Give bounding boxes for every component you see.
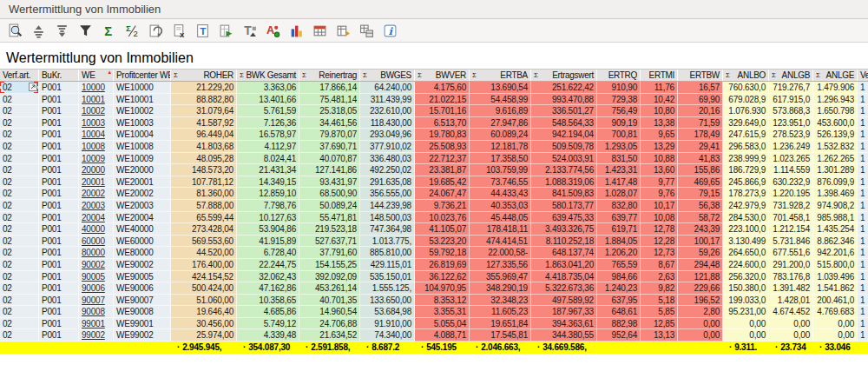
cell-bukr[interactable]: P001 [39, 117, 79, 129]
cell-bukr[interactable]: P001 [39, 236, 79, 248]
cell-ertrq[interactable]: 700,81 [597, 129, 641, 141]
cell-ertbw[interactable]: 58,72 [678, 212, 723, 224]
cell-roher[interactable]: 107.781,12 [171, 176, 237, 189]
cell-ver[interactable]: 1 [858, 247, 868, 259]
cell-rein[interactable]: 392.092,09 [299, 271, 360, 283]
cell-bukr[interactable]: P001 [39, 200, 79, 212]
cell-ertrq[interactable]: 639,77 [597, 212, 641, 224]
cell-value[interactable]: 10008 [82, 142, 105, 151]
cell-anlge[interactable]: 1.435.254 [813, 223, 858, 236]
cell-roher[interactable]: 424.154,52 [171, 271, 237, 283]
cell-roher[interactable]: 44.520,00 [171, 247, 237, 259]
cell-ertrq[interactable]: 729,38 [597, 94, 641, 106]
cell-value[interactable]: 99001 [82, 319, 105, 328]
cell-bwges[interactable]: 118.430,00 [360, 117, 415, 129]
cell-rein[interactable]: 21.634,52 [299, 329, 360, 342]
cell-bwk[interactable]: 12.859,10 [237, 188, 299, 200]
cell-bwver[interactable]: 25.508,93 [415, 141, 470, 153]
cell-ertbw[interactable]: 469,65 [678, 176, 723, 189]
cell-bwk[interactable]: 41.915,89 [237, 236, 299, 248]
cell-value[interactable]: 10009 [82, 154, 105, 163]
cell-roher[interactable]: 273.428,04 [171, 223, 237, 236]
cell-ertmi[interactable]: 9,76 [641, 188, 678, 200]
cell-ertw[interactable]: 2.133.774,56 [531, 164, 597, 176]
cell-value[interactable]: 20001 [82, 177, 105, 187]
cell-ver[interactable]: 1 [858, 176, 868, 189]
cell-anlbo[interactable]: 3.130.499 [723, 236, 769, 248]
cell-rein[interactable]: 154.155,25 [299, 259, 360, 271]
cell-pc[interactable]: WE99001 [114, 318, 171, 330]
cell-rein[interactable]: 55.471,81 [299, 212, 360, 224]
cell-ertmi[interactable]: 13,38 [641, 117, 678, 129]
cell-rein[interactable]: 37.690,71 [299, 141, 360, 153]
cell-verf[interactable]: 02 [0, 94, 39, 106]
cell-anlgb[interactable]: 1.236.249 [769, 141, 813, 153]
cell-roher[interactable]: 30.456,00 [171, 318, 237, 330]
cell-ertrq[interactable]: 952,64 [597, 329, 641, 342]
column-header-ertbw[interactable]: ERTBW [678, 70, 723, 81]
column-header-anlge[interactable]: ΣANLGE [813, 70, 858, 81]
cell-bukr[interactable]: P001 [39, 295, 79, 307]
cell-pc[interactable]: WE60000 [114, 236, 171, 248]
cell-ertw[interactable]: 251.622,42 [531, 82, 597, 94]
cell-bwk[interactable]: 7.126,36 [237, 117, 299, 129]
cell-ertbw[interactable]: 59,26 [678, 247, 723, 259]
cell-anlbo[interactable]: 256.320,0 [723, 271, 769, 283]
cell-anlge[interactable]: 453.600,0 [813, 117, 858, 129]
cell-bwk[interactable]: 3.363,06 [237, 82, 299, 94]
cell-ver[interactable]: 1 [858, 212, 868, 224]
value-help-icon[interactable] [29, 83, 37, 91]
cell-ertbw[interactable]: 294,48 [678, 259, 723, 271]
cell-value[interactable]: 90002 [82, 260, 105, 269]
cell-ertbw[interactable]: 29,41 [678, 141, 723, 153]
cell-value[interactable]: 40000 [82, 224, 105, 234]
cell-rein[interactable]: 127.141,86 [299, 164, 360, 176]
cell-ertba[interactable]: 40.353,03 [470, 200, 531, 212]
cell-ertmi[interactable]: 11,76 [641, 82, 678, 94]
cell-ertrq[interactable]: 832,80 [597, 200, 641, 212]
cell-ertbw[interactable]: 69,90 [678, 94, 723, 106]
cell-bukr[interactable]: P001 [39, 82, 79, 94]
cell-ver[interactable]: 1 [858, 223, 868, 236]
cell-rein[interactable]: 17.866,14 [299, 82, 360, 94]
cell-anlgb[interactable]: 719.276,7 [769, 82, 813, 94]
cell-bwk[interactable]: 21.431,34 [237, 164, 299, 176]
cell-bwges[interactable]: 1.555.125, [360, 282, 415, 295]
cell-bukr[interactable]: P001 [39, 329, 79, 342]
cell-anlge[interactable]: 942.201,6 [813, 247, 858, 259]
cell-ver[interactable]: 1 [858, 153, 868, 165]
cell-ertba[interactable]: 60.089,24 [470, 129, 531, 141]
cell-anlge[interactable]: 985.988,1 [813, 212, 858, 224]
cell-bwver[interactable]: 9.736,21 [415, 200, 470, 212]
cell-bwges[interactable]: 144.239,98 [360, 200, 415, 212]
column-header-anlgb[interactable]: ΣANLGB [769, 70, 813, 81]
cell-verf[interactable]: 02 [0, 82, 39, 94]
cell-bwver[interactable]: 41.105,07 [415, 223, 470, 236]
cell-rein[interactable]: 68.500,90 [299, 188, 360, 200]
cell-rein[interactable]: 93.431,97 [299, 176, 360, 189]
cell-value[interactable]: 20003 [82, 201, 105, 210]
cell-ertbw[interactable]: 0,00 [678, 318, 723, 330]
cell-anlbo[interactable]: 95.231,00 [723, 306, 769, 318]
cell-ertrq[interactable]: 1.417,48 [597, 176, 641, 189]
cell-we[interactable]: 90006 [79, 282, 114, 295]
cell-we[interactable]: 10009 [79, 153, 114, 165]
cell-bwges[interactable]: 492.250,02 [360, 164, 415, 176]
cell-bwver[interactable]: 36.122,62 [415, 271, 470, 283]
cell-roher[interactable]: 569.553,60 [171, 236, 237, 248]
cell-roher[interactable]: 148.573,20 [171, 164, 237, 176]
cell-bwk[interactable]: 10.358,65 [237, 295, 299, 307]
cell-bukr[interactable]: P001 [39, 153, 79, 165]
cell-ver[interactable]: 1 [858, 259, 868, 271]
cell-rein[interactable]: 34.461,56 [299, 117, 360, 129]
cell-bwver[interactable]: 6.513,70 [415, 117, 470, 129]
cell-bwver[interactable]: 19.685,42 [415, 176, 470, 189]
cell-ertw[interactable]: 4.418.735,04 [531, 271, 597, 283]
cell-anlge[interactable]: 515.800,0 [813, 259, 858, 271]
cell-ertrq[interactable]: 909,19 [597, 117, 641, 129]
cell-bwk[interactable]: 7.798,76 [237, 200, 299, 212]
cell-anlbo[interactable]: 150.380,0 [723, 282, 769, 295]
cell-pc[interactable]: WE90008 [114, 306, 171, 318]
cell-we[interactable]: 90002 [79, 259, 114, 271]
cell-ertbw[interactable]: 100,17 [678, 236, 723, 248]
